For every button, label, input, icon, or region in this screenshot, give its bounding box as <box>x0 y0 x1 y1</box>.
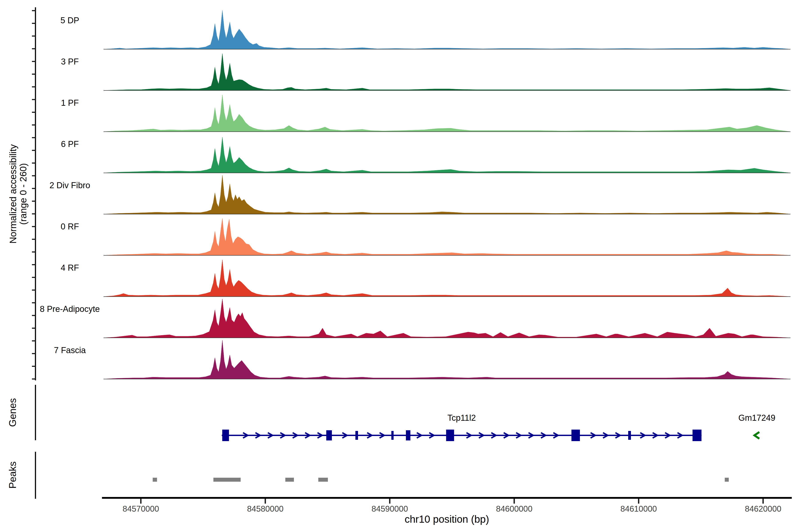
coverage-area-8-pre-adipocyte <box>103 299 791 338</box>
gene-exon-tcp11l2 <box>222 430 229 441</box>
x-axis-tick-label: 84580000 <box>247 504 284 513</box>
coverage-area-1-pf <box>103 95 791 132</box>
gene-exon-tcp11l2 <box>628 431 631 440</box>
gene-exon-tcp11l2 <box>571 430 580 441</box>
track-label-0-rf: 0 RF <box>61 222 79 231</box>
x-axis-title: chr10 position (bp) <box>405 513 489 525</box>
gene-exon-tcp11l2 <box>446 430 454 441</box>
peak-region <box>725 478 729 482</box>
gene-exon-tcp11l2 <box>326 430 332 440</box>
track-label-8-pre-adipocyte: 8 Pre-Adipocyte <box>40 304 100 314</box>
coverage-area-3-pf <box>103 54 791 91</box>
accessibility-tracks: 5 DP3 PF1 PF6 PF2 Div Fibro0 RF4 RF8 Pre… <box>40 11 791 379</box>
gene-label-tcp11l2: Tcp11l2 <box>447 413 476 422</box>
gene-chevron-gm17249 <box>754 432 759 439</box>
track-label-2-div-fibro: 2 Div Fibro <box>50 180 90 190</box>
track-label-4-rf: 4 RF <box>61 263 79 272</box>
gene-exon-tcp11l2 <box>692 430 701 441</box>
x-axis-tick-label: 84610000 <box>621 504 657 513</box>
y-axis-title-line2: (range 0 - 260) <box>18 163 28 225</box>
y-axis-title-line1: Normalized accessibility <box>8 144 18 244</box>
x-axis-tick-label: 84570000 <box>122 504 159 513</box>
coverage-area-7-fascia <box>103 340 791 379</box>
x-axis-tick-label: 84620000 <box>745 504 781 513</box>
genes-section-label: Genes <box>7 398 18 427</box>
track-label-3-pf: 3 PF <box>61 57 79 66</box>
peak-region <box>285 478 294 482</box>
track-label-5-dp: 5 DP <box>60 16 79 25</box>
gene-label-gm17249: Gm17249 <box>738 413 775 422</box>
track-label-7-fascia: 7 Fascia <box>54 346 86 355</box>
gene-exon-tcp11l2 <box>355 431 358 440</box>
gene-annotation-track: Tcp11l2Gm17249 <box>222 413 775 441</box>
coverage-area-5-dp <box>103 11 791 49</box>
x-axis-ticks: 8457000084580000845900008460000084610000… <box>122 499 781 513</box>
peaks-section-label: Peaks <box>7 461 18 489</box>
coverage-area-2-div-fibro <box>103 175 791 214</box>
coverage-area-6-pf <box>103 137 791 173</box>
track-label-6-pf: 6 PF <box>61 139 79 149</box>
genome-browser-figure: Normalized accessibility (range 0 - 260)… <box>0 0 798 532</box>
peak-region <box>318 478 328 482</box>
gene-exon-tcp11l2 <box>392 431 394 440</box>
peak-region <box>153 478 157 482</box>
peak-region <box>213 478 241 482</box>
x-axis-tick-label: 84600000 <box>496 504 532 513</box>
peaks-track <box>153 478 729 482</box>
gene-exon-tcp11l2 <box>406 430 410 440</box>
x-axis-tick-label: 84590000 <box>372 504 408 513</box>
coverage-area-4-rf <box>103 260 791 297</box>
coverage-area-0-rf <box>103 218 791 255</box>
track-label-1-pf: 1 PF <box>61 98 79 108</box>
